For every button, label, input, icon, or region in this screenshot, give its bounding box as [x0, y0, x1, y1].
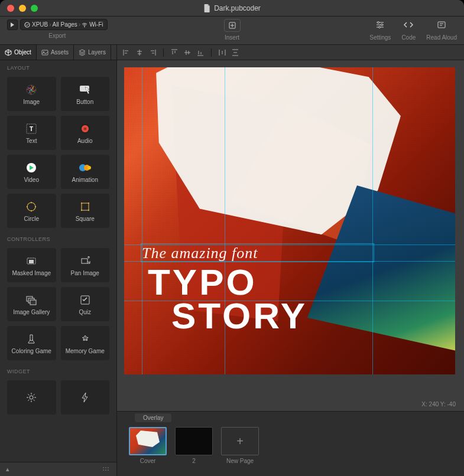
cursor-coords: X: 240 Y: -40 [421, 401, 456, 407]
artboard[interactable]: The amazing font TYPO STORY [124, 67, 455, 374]
align-center-icon [136, 49, 143, 56]
svg-point-28 [88, 202, 89, 203]
align-right-button[interactable] [148, 48, 157, 57]
layout-item-video[interactable]: Video [7, 155, 56, 189]
controller-item-coloring-game[interactable]: Coloring Game [7, 326, 56, 360]
overlay-button[interactable]: Overlay [135, 413, 171, 422]
maximize-button[interactable] [31, 5, 38, 12]
align-middle-button[interactable] [183, 48, 192, 57]
brush-icon [25, 333, 37, 345]
section-layout-label: LAYOUT [0, 60, 116, 73]
svg-point-41 [108, 467, 109, 468]
svg-point-24 [31, 210, 32, 211]
svg-rect-6 [438, 22, 445, 28]
svg-point-25 [27, 206, 28, 207]
align-bottom-icon [197, 49, 204, 56]
align-top-button[interactable] [170, 48, 179, 57]
app-window: Dark.pubcoder XPUB › All Pages › [0, 0, 464, 476]
code-button[interactable]: Code [401, 19, 416, 41]
wifi-icon [82, 22, 87, 28]
headline-line1[interactable]: TYPO [148, 265, 257, 299]
svg-point-3 [378, 22, 379, 24]
thumb-preview [129, 427, 167, 455]
canvas-area: The amazing font TYPO STORY X: 240 Y: -4… [117, 45, 464, 476]
audio-icon [79, 123, 91, 135]
align-bottom-button[interactable] [196, 48, 205, 57]
controller-item-memory-game[interactable]: Memory Game [61, 326, 110, 360]
layout-item-square[interactable]: Square [61, 194, 110, 228]
layout-item-audio[interactable]: Audio [61, 116, 110, 150]
tab-object[interactable]: Object [0, 45, 37, 60]
strip-header: Overlay [117, 412, 464, 423]
layout-item-button[interactable]: Button [61, 77, 110, 111]
titlebar: Dark.pubcoder [0, 0, 464, 17]
insert-button[interactable] [224, 19, 241, 32]
svg-point-43 [105, 470, 106, 471]
layout-item-image[interactable]: Image [7, 77, 56, 111]
layout-item-circle[interactable]: Circle [7, 194, 56, 228]
guide-vertical[interactable] [142, 67, 142, 374]
svg-rect-33 [82, 259, 87, 263]
close-button[interactable] [7, 5, 14, 12]
controller-item-masked-image[interactable]: Masked Image [7, 248, 56, 282]
align-center-button[interactable] [135, 48, 144, 57]
svg-point-30 [81, 209, 82, 210]
circle-icon [25, 201, 37, 213]
page-thumb-cover[interactable]: Cover [129, 427, 167, 464]
breadcrumb-pages[interactable]: All Pages [53, 21, 77, 28]
svg-point-38 [30, 396, 33, 399]
layout-item-animation[interactable]: Animation [61, 155, 110, 189]
tab-layers[interactable]: Layers [74, 45, 111, 60]
svg-point-5 [379, 27, 381, 28]
tab-assets[interactable]: Assets [37, 45, 74, 60]
controller-item-pan-image[interactable]: Pan Image [61, 248, 110, 282]
breadcrumb-device[interactable]: Wi-Fi [82, 21, 103, 28]
plus-icon [229, 22, 236, 29]
document-title: Dark.pubcoder [203, 4, 261, 12]
align-left-button[interactable] [122, 48, 131, 57]
breadcrumb-project[interactable]: XPUB [24, 21, 48, 28]
controller-item-image-gallery[interactable]: Image Gallery [7, 287, 56, 321]
align-middle-icon [184, 49, 191, 56]
svg-point-29 [88, 209, 89, 210]
distribute-h-button[interactable] [218, 48, 227, 57]
aperture-icon [25, 84, 37, 96]
svg-point-42 [103, 470, 104, 471]
align-top-icon [171, 49, 178, 56]
quiz-icon [79, 294, 91, 306]
read-aloud-button[interactable]: Read Aloud [426, 19, 457, 41]
page-thumb-new[interactable]: + New Page [221, 427, 259, 464]
minimize-button[interactable] [19, 5, 26, 12]
headline-line2[interactable]: STORY [171, 299, 307, 332]
section-widget-label: WIDGET [0, 364, 116, 377]
svg-point-40 [105, 467, 106, 468]
svg-point-39 [103, 467, 104, 468]
distribute-v-button[interactable] [231, 48, 240, 57]
play-button[interactable] [7, 19, 18, 30]
canvas[interactable]: The amazing font TYPO STORY X: 240 Y: -4… [117, 60, 464, 411]
controller-item-quiz[interactable]: Quiz [61, 287, 110, 321]
script-text-element[interactable]: The amazing font [142, 244, 258, 262]
sidebar: Object Assets Layers LAYOUT Image [0, 45, 117, 476]
project-icon [24, 22, 30, 28]
layout-item-text[interactable]: T Text [7, 116, 56, 150]
sidebar-tabs: Object Assets Layers [0, 45, 116, 60]
code-icon [404, 20, 413, 30]
guide-vertical[interactable] [372, 67, 373, 374]
breadcrumb[interactable]: XPUB › All Pages › Wi-Fi [20, 19, 108, 30]
collapse-icon[interactable]: ▴ [6, 465, 9, 473]
image-icon [41, 49, 48, 56]
settings-button[interactable]: Settings [369, 19, 391, 41]
svg-point-44 [108, 470, 109, 471]
section-controllers-label: CONTROLLERS [0, 232, 116, 244]
sidebar-footer: ▴ [0, 462, 116, 476]
widget-item-settings[interactable] [7, 380, 56, 415]
layers-icon [79, 49, 86, 56]
sliders-icon [375, 20, 385, 30]
widget-item-action[interactable] [61, 380, 110, 415]
gallery-icon [25, 294, 37, 306]
grip-icon[interactable] [102, 467, 111, 472]
toolbar: XPUB › All Pages › Wi-Fi Export [0, 17, 464, 45]
add-page-icon: + [221, 427, 259, 455]
page-thumb-2[interactable]: 2 [175, 427, 213, 464]
